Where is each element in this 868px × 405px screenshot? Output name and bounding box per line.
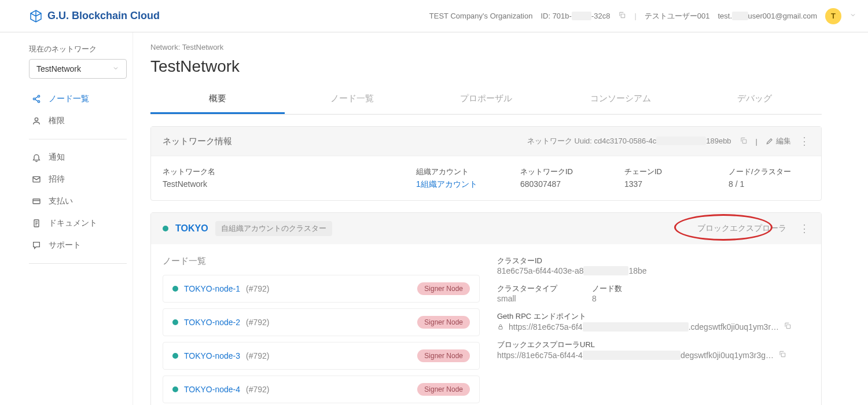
org-account-label: 組織アカウント — [416, 167, 497, 177]
node-name[interactable]: TOKYO-node-3 — [184, 351, 240, 360]
network-id-label: ネットワークID — [520, 167, 601, 177]
node-row[interactable]: TOKYO-node-4(#792)Signer Node — [163, 375, 480, 403]
cluster-info: クラスターID 81e6c75a-6f44-403e-a8xxxxxxxxxx1… — [497, 256, 810, 405]
tab-debug[interactable]: デバッグ — [687, 85, 822, 114]
mail-icon — [31, 175, 42, 184]
node-id: (#792) — [246, 385, 269, 394]
avatar[interactable]: T — [825, 8, 841, 24]
card-icon — [31, 197, 42, 206]
node-cluster-value: 8 / 1 — [729, 179, 810, 189]
sidebar-item-invite[interactable]: 招待 — [29, 168, 127, 190]
doc-icon — [31, 219, 42, 228]
user-name: テストユーザー001 — [645, 11, 710, 21]
sidebar-item-label: 支払い — [49, 196, 73, 207]
node-row[interactable]: TOKYO-node-3(#792)Signer Node — [163, 342, 480, 370]
svg-rect-10 — [786, 325, 790, 328]
person-icon — [31, 116, 42, 126]
sidebar-item-docs[interactable]: ドキュメント — [29, 212, 127, 234]
cube-icon — [29, 9, 43, 23]
node-id: (#792) — [246, 351, 269, 360]
org-name[interactable]: TEST Company's Organization — [429, 12, 533, 20]
node-name[interactable]: TOKYO-node-2 — [184, 318, 240, 327]
cluster-header: TOKYO 自組織アカウントのクラスター ブロックエクスプローラ ⋮ — [151, 213, 821, 244]
sidebar-item-billing[interactable]: 支払い — [29, 190, 127, 212]
svg-rect-9 — [499, 326, 502, 329]
node-name[interactable]: TOKYO-node-1 — [184, 284, 240, 293]
status-dot — [172, 353, 178, 359]
sidebar-item-notifications[interactable]: 通知 — [29, 146, 127, 168]
block-explorer-button[interactable]: ブロックエクスプローラ — [693, 221, 791, 236]
signer-badge: Signer Node — [417, 349, 470, 362]
explorer-url-label: ブロックエクスプローラURL — [497, 340, 810, 350]
rpc-value: https://81e6c75a-6f4xxxxxxxxxxxxxxxxxxxx… — [497, 322, 810, 332]
sidebar-item-permissions[interactable]: 権限 — [29, 110, 127, 132]
node-count-label: ノード数 — [592, 284, 622, 294]
network-uuid: ネットワーク Uuid: cd4c3170-0586-4cxxxxxxxxxxx… — [527, 136, 731, 146]
node-id: (#792) — [246, 318, 269, 327]
more-icon[interactable]: ⋮ — [799, 135, 810, 148]
org-account-link[interactable]: 1組織アカウント — [416, 179, 497, 190]
tab-overview[interactable]: 概要 — [150, 85, 285, 114]
sidebar-item-label: 通知 — [49, 152, 65, 163]
network-select[interactable]: TestNetwork — [29, 59, 127, 79]
status-dot — [172, 386, 178, 392]
sidebar-item-nodes[interactable]: ノード一覧 — [29, 88, 127, 110]
sidebar-item-label: 権限 — [49, 116, 65, 126]
node-row[interactable]: TOKYO-node-2(#792)Signer Node — [163, 308, 480, 336]
chevron-down-icon — [112, 64, 119, 73]
copy-icon[interactable] — [784, 322, 792, 332]
node-name[interactable]: TOKYO-node-4 — [184, 385, 240, 394]
brand-text: G.U. Blockchain Cloud — [47, 10, 160, 22]
cluster-id-value: 81e6c75a-6f44-403e-a8xxxxxxxxxx18be — [497, 266, 810, 275]
net-name-value: TestNetwork — [163, 179, 393, 189]
node-list-title: ノード一覧 — [163, 256, 480, 267]
cluster-chip: 自組織アカウントのクラスター — [215, 221, 332, 236]
cluster-id-label: クラスターID — [497, 256, 810, 266]
cluster-type-value: small — [497, 294, 557, 303]
status-dot — [163, 226, 168, 231]
page-title: TestNetwork — [150, 57, 822, 76]
bell-icon — [31, 153, 42, 162]
brand-logo[interactable]: G.U. Blockchain Cloud — [29, 9, 160, 23]
user-email: test.xxxuser001@gmail.com — [718, 12, 818, 20]
node-id: (#792) — [246, 284, 269, 293]
cluster-type-label: クラスタータイプ — [497, 284, 557, 294]
current-network-label: 現在のネットワーク — [29, 44, 127, 54]
pencil-icon — [766, 137, 774, 145]
copy-icon[interactable] — [778, 350, 786, 360]
sidebar-item-support[interactable]: サポート — [29, 234, 127, 256]
node-row[interactable]: TOKYO-node-1(#792)Signer Node — [163, 275, 480, 303]
sidebar: 現在のネットワーク TestNetwork ノード一覧 権限 通知 — [0, 32, 133, 405]
copy-icon[interactable] — [740, 137, 748, 146]
sidebar-item-label: サポート — [49, 240, 81, 251]
node-count-value: 8 — [592, 294, 622, 303]
edit-button[interactable]: 編集 — [766, 136, 791, 146]
copy-icon[interactable] — [618, 11, 626, 21]
card-header: ネットワーク情報 ネットワーク Uuid: cd4c3170-0586-4cxx… — [151, 127, 821, 156]
rpc-label: Geth RPC エンドポイント — [497, 311, 810, 322]
svg-rect-8 — [742, 139, 746, 143]
tab-nodes[interactable]: ノード一覧 — [285, 85, 419, 114]
signer-badge: Signer Node — [417, 282, 470, 295]
lock-icon — [497, 323, 504, 330]
cluster-name[interactable]: TOKYO — [175, 223, 208, 234]
network-info-card: ネットワーク情報 ネットワーク Uuid: cd4c3170-0586-4cxx… — [150, 126, 822, 201]
header-right: TEST Company's Organization ID: 701b-xxx… — [429, 8, 856, 24]
net-name-label: ネットワーク名 — [163, 167, 393, 177]
tab-proposal[interactable]: プロポーザル — [419, 85, 553, 114]
chat-icon — [31, 241, 42, 250]
node-list: ノード一覧 TOKYO-node-1(#792)Signer NodeTOKYO… — [163, 256, 480, 405]
node-cluster-label: ノード/クラスター — [729, 167, 810, 177]
svg-point-4 — [35, 118, 38, 121]
topbar: G.U. Blockchain Cloud TEST Company's Org… — [0, 0, 868, 32]
chevron-down-icon[interactable] — [849, 12, 856, 20]
sidebar-item-label: 招待 — [49, 174, 65, 185]
status-dot — [172, 319, 178, 325]
svg-rect-11 — [781, 353, 785, 356]
chain-id-label: チェーンID — [624, 167, 705, 177]
nav-separator — [29, 263, 127, 264]
more-icon[interactable]: ⋮ — [799, 222, 810, 235]
tab-consortium[interactable]: コンソーシアム — [553, 85, 687, 114]
breadcrumb: Network: TestNetwork — [150, 43, 822, 51]
explorer-url-value: https://81e6c75a-6f44-4xxxxxxxxxxxxxxxxx… — [497, 350, 810, 360]
